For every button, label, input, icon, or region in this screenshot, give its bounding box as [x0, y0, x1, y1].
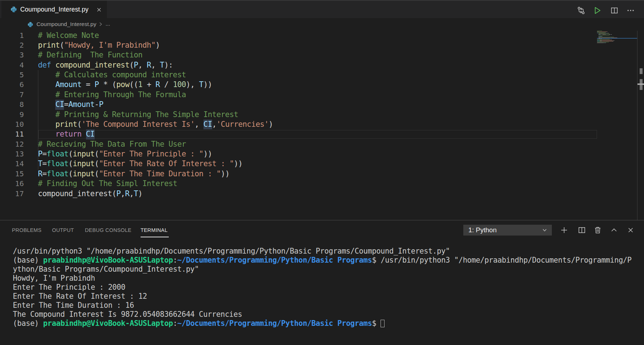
code-token: print — [55, 120, 77, 129]
minimap-line — [598, 34, 610, 34]
split-editor-icon — [578, 226, 586, 234]
code-token: ( — [95, 159, 99, 168]
more-actions-button[interactable] — [626, 6, 635, 15]
line-number: 1 — [0, 31, 24, 40]
terminal-user-host: praabindhp@VivoBook-ASUSLaptop — [43, 256, 173, 264]
run-python-file-button[interactable] — [593, 6, 601, 15]
code-token: ( — [95, 169, 99, 178]
code-line-2: 2print("Howdy, I'm Prabindh") — [0, 40, 597, 50]
code-token — [38, 100, 55, 109]
breadcrumb-symbol[interactable]: ... — [106, 18, 110, 30]
panel-tab-output[interactable]: OUTPUT — [52, 224, 74, 237]
code-token: input — [73, 169, 94, 178]
minimap-line — [606, 34, 606, 35]
line-number: 17 — [0, 189, 24, 199]
terminal-text: Enter The Rate Of Interest : 12 — [13, 292, 147, 301]
kill-terminal-button[interactable] — [593, 226, 602, 234]
new-terminal-button[interactable] — [560, 226, 568, 234]
code-editor[interactable]: 1# Welcome Note2print("Howdy, I'm Prabin… — [0, 31, 644, 220]
code-text: # Entering Through The Formula — [38, 90, 186, 100]
code-token: ): — [164, 61, 173, 69]
code-token: ) — [269, 120, 273, 129]
maximize-panel-button[interactable] — [610, 226, 618, 234]
active-panel-tab-underline — [141, 237, 169, 237]
terminal-text: (base) — [13, 319, 43, 328]
compare-changes-icon — [577, 6, 585, 15]
code-text: print('The Compound Interest Is', CI,'Cu… — [38, 120, 273, 129]
code-token: ( — [60, 41, 64, 49]
code-token: T — [160, 61, 164, 69]
terminal-text: ython/Basic Programs/Coumpound_Interest.… — [13, 265, 199, 273]
minimap-line — [599, 31, 607, 32]
code-line-1: 1# Welcome Note — [0, 31, 597, 40]
code-token: input — [73, 150, 94, 158]
minimap-line — [597, 31, 602, 31]
word-highlight: CI — [86, 129, 95, 139]
minimap-line — [612, 38, 617, 38]
terminal-row: /usr/bin/python3 "/home/praabindhp/Docum… — [13, 247, 632, 256]
panel-tab-terminal[interactable]: TERMINAL — [141, 224, 168, 237]
code-token: ( — [68, 159, 73, 168]
ellipsis-icon — [626, 6, 635, 15]
code-text: CI=Amount-P — [38, 100, 103, 109]
code-token: "Howdy, I'm Prabindh" — [64, 41, 155, 49]
code-token: * ( — [99, 80, 116, 89]
close-panel-button[interactable] — [626, 226, 635, 234]
line-number: 6 — [0, 80, 24, 90]
code-token: = — [64, 100, 68, 109]
terminal-text: $ /usr/bin/python3 "/home/praabindhp/Doc… — [372, 256, 631, 264]
terminal-row: ython/Basic Programs/Coumpound_Interest.… — [13, 265, 632, 274]
code-token: compound_interest — [55, 61, 129, 69]
minimap-line — [598, 34, 601, 35]
code-text: def compound_interest(P, R, T): — [38, 60, 173, 70]
split-terminal-button[interactable] — [578, 226, 586, 234]
line-number: 9 — [0, 110, 24, 120]
terminal-row: Enter The Rate Of Interest : 12 — [13, 292, 632, 301]
panel-tab-debug-console[interactable]: DEBUG CONSOLE — [85, 224, 132, 237]
close-icon — [627, 226, 635, 234]
code-token: float — [47, 169, 68, 178]
terminal-select[interactable]: 1: Python — [463, 225, 552, 236]
code-token: "Enter The Rate Of Interest : " — [99, 159, 234, 168]
minimap-line — [601, 34, 601, 35]
terminal-text: : — [173, 319, 177, 328]
minimap-line — [602, 34, 602, 35]
minimap[interactable] — [597, 31, 637, 220]
panel-tab-problems[interactable]: PROBLEMS — [12, 224, 42, 237]
code-token: R — [155, 80, 160, 89]
minimap-line — [608, 34, 608, 35]
line-number: 14 — [0, 159, 24, 169]
minimap-line — [607, 31, 607, 32]
minimap-line — [597, 32, 606, 33]
code-token: P — [95, 80, 99, 89]
minimap-line — [606, 34, 607, 35]
code-line-8: 8 CI=Amount-P — [0, 100, 597, 109]
minimap-line — [606, 43, 606, 43]
vscode-window: Coumpound_Interest.py Coumpound_Interest… — [0, 0, 644, 345]
code-token: 'Currencies' — [216, 120, 269, 129]
split-editor-button[interactable] — [610, 6, 619, 15]
terminal-text: Enter The Principle : 2000 — [13, 283, 125, 292]
code-token: # Defining The Function — [38, 51, 142, 59]
open-changes-button[interactable] — [577, 6, 585, 15]
minimap-line — [601, 38, 610, 38]
line-number: 7 — [0, 90, 24, 100]
code-token — [51, 61, 55, 69]
code-text: # Calculates compound interest — [38, 70, 186, 80]
word-highlight: CI — [55, 100, 64, 109]
code-text: compound_interest(P,R,T) — [38, 189, 142, 199]
terminal-text: : — [173, 256, 177, 264]
code-line-9: 9 # Printing & Returning The Simple Inte… — [0, 110, 597, 120]
minimap-line — [608, 33, 609, 33]
minimap-line — [610, 38, 611, 38]
terminal-output[interactable]: /usr/bin/python3 "/home/praabindhp/Docum… — [13, 247, 632, 328]
code-text: T=float(input("Enter The Rate Of Interes… — [38, 159, 242, 169]
breadcrumb-file[interactable]: Coumpound_Interest.py — [37, 18, 96, 30]
code-token: ( — [129, 61, 134, 69]
code-token: R — [38, 169, 42, 178]
code-token: T — [199, 80, 203, 89]
code-line-6: 6 Amount = P * (pow((1 + R / 100), T)) — [0, 80, 597, 90]
tab-coumpound-interest[interactable]: Coumpound_Interest.py — [1, 1, 107, 18]
terminal-text: Enter The Time Duration : 16 — [13, 301, 134, 310]
tab-close-icon[interactable] — [95, 6, 103, 14]
